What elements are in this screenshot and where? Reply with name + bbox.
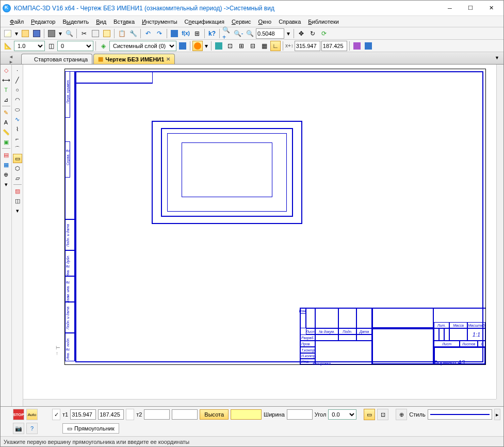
view-btn2[interactable]: ◫ — [46, 41, 56, 51]
help-button[interactable]: k? — [207, 28, 217, 39]
save-button[interactable] — [31, 28, 42, 39]
print-dropdown[interactable]: ▾ — [58, 28, 63, 39]
cp-params[interactable]: A — [2, 118, 11, 127]
vars-button[interactable]: ⊞ — [192, 28, 202, 39]
menu-libs[interactable]: Библиотеки — [305, 18, 342, 26]
style-combo[interactable] — [428, 409, 492, 420]
maximize-button[interactable]: ☐ — [460, 1, 481, 15]
cp-reports[interactable]: ▦ — [2, 160, 11, 169]
stop-button[interactable]: STOP — [13, 409, 24, 420]
coord-x-input[interactable] — [295, 41, 320, 51]
coord-y-input[interactable] — [321, 41, 347, 51]
rect-mode1[interactable]: ▭ — [364, 409, 375, 420]
height-label-btn[interactable]: Высота — [200, 409, 229, 420]
scale-input[interactable] — [256, 28, 284, 39]
refresh-button[interactable]: ⟳ — [319, 28, 329, 39]
pan-button[interactable]: ✥ — [296, 28, 306, 39]
t2-checkbox[interactable] — [126, 409, 134, 420]
tool-circle[interactable]: ○ — [13, 85, 22, 94]
close-button[interactable]: ✕ — [481, 1, 501, 15]
menu-spec[interactable]: Спецификация — [182, 18, 227, 26]
menu-window[interactable]: Окно — [255, 18, 275, 26]
tabs-dropdown[interactable]: ▼ — [495, 55, 499, 60]
extra-btn1[interactable] — [352, 41, 362, 51]
zoom-combo[interactable]: 1.0 — [14, 41, 45, 51]
menu-select[interactable]: Выделить — [59, 18, 92, 26]
copy-button[interactable] — [90, 28, 101, 39]
style-dropdown[interactable]: ▸ — [494, 409, 500, 420]
copy-props-button[interactable]: 📋 — [117, 28, 127, 39]
tool-line[interactable]: ╱ — [13, 75, 22, 85]
menu-tools[interactable]: Инструменты — [139, 18, 181, 26]
tool-extra[interactable]: ◫ — [13, 196, 22, 205]
tool-chamfer[interactable]: ⌐ — [13, 134, 22, 143]
view-combo[interactable]: 0 — [57, 41, 93, 51]
new-button[interactable] — [3, 28, 13, 39]
scrollbar-vertical[interactable] — [496, 65, 503, 399]
open-button[interactable] — [20, 28, 30, 39]
grid-btn2[interactable]: ⊡ — [225, 41, 235, 51]
layer-combo[interactable]: Системный слой (0) — [109, 41, 176, 51]
grid-btn1[interactable] — [214, 41, 224, 51]
cut-button[interactable]: ✂ — [79, 28, 89, 39]
cp-measure[interactable]: 📏 — [2, 127, 11, 137]
extra-btn2[interactable] — [363, 41, 373, 51]
tab-scroll-arrows[interactable]: ◄► — [9, 54, 13, 65]
tool-point[interactable]: · — [13, 66, 22, 75]
tab-drawing[interactable]: ▦ Чертеж БЕЗ ИМЕНИ1 ✕ — [93, 54, 175, 64]
menu-edit[interactable]: Редактор — [28, 18, 58, 26]
zoom-fit-button[interactable]: 🔍 — [245, 28, 255, 39]
zoom-in-button[interactable]: 🔍+ — [222, 28, 232, 39]
tab-start-page[interactable]: Стартовая страница — [21, 54, 92, 64]
redo-button[interactable]: ↷ — [154, 28, 165, 39]
angle-combo[interactable]: 0.0 — [328, 409, 356, 420]
prop-tab-rectangle[interactable]: ▭Прямоугольник — [62, 423, 119, 434]
drawing-canvas[interactable]: Перв. примен. Справ. № Подп. и дата Инв.… — [23, 65, 503, 406]
snap-dropdown[interactable]: ▾ — [204, 41, 209, 51]
menu-insert[interactable]: Вставка — [110, 18, 138, 26]
help-panel-button[interactable]: ? — [26, 423, 38, 434]
tab-close-icon[interactable]: ✕ — [166, 56, 170, 62]
tool-bezier[interactable]: ⌇ — [13, 124, 22, 134]
tool-hatch[interactable]: ▨ — [13, 186, 22, 196]
scrollbar-horizontal[interactable] — [23, 399, 496, 406]
menu-view[interactable]: Вид — [93, 18, 109, 26]
cp-insert[interactable]: ⊕ — [2, 170, 11, 179]
cp-geometry[interactable]: ◇ — [2, 66, 11, 75]
cp-build[interactable]: ⊿ — [2, 95, 11, 104]
minimize-button[interactable]: ─ — [440, 1, 460, 15]
cp-select[interactable]: ▣ — [2, 137, 11, 147]
menu-service[interactable]: Сервис — [229, 18, 254, 26]
axis-btn[interactable]: ⊕ — [396, 409, 407, 420]
manager-button[interactable] — [169, 28, 180, 39]
cp-edit[interactable]: ✎ — [2, 108, 11, 117]
undo-button[interactable]: ↶ — [143, 28, 153, 39]
new-dropdown[interactable]: ▾ — [14, 28, 19, 39]
snap-toggle[interactable] — [192, 41, 203, 51]
print-button[interactable] — [46, 28, 57, 39]
t2-x-input[interactable] — [144, 409, 170, 420]
rect-mode2[interactable]: ⊡ — [377, 409, 388, 420]
height-input[interactable] — [231, 409, 262, 420]
preview-button[interactable]: 🔍 — [64, 28, 74, 39]
view-icon[interactable]: 📐 — [3, 41, 13, 51]
scale-dropdown[interactable]: ▾ — [285, 28, 291, 39]
cp-down[interactable]: ▾ — [2, 180, 11, 189]
tool-spline[interactable]: ∿ — [13, 115, 22, 124]
width-input[interactable] — [287, 409, 313, 420]
tool-rectangle[interactable]: ▭ — [13, 154, 22, 163]
properties-button[interactable]: 🔧 — [128, 28, 138, 39]
tool-contour[interactable]: ▱ — [13, 173, 22, 183]
ortho-btn[interactable]: ∟ — [270, 41, 281, 51]
auto-button[interactable]: Auto — [26, 409, 38, 420]
tool-ellipse[interactable]: ⬭ — [13, 105, 22, 114]
menu-file[interactable]: Файл — [7, 18, 27, 26]
cp-dimensions[interactable]: ⟷ — [2, 75, 11, 85]
t1-y-input[interactable] — [98, 409, 124, 420]
tool-arc[interactable]: ◠ — [13, 95, 22, 104]
grid-btn5[interactable]: ▦ — [259, 41, 269, 51]
t1-x-input[interactable] — [70, 409, 96, 420]
rotate-button[interactable]: ↻ — [307, 28, 318, 39]
tool-fillet[interactable]: ⌒ — [13, 144, 22, 153]
tool-down[interactable]: ▾ — [13, 206, 22, 215]
